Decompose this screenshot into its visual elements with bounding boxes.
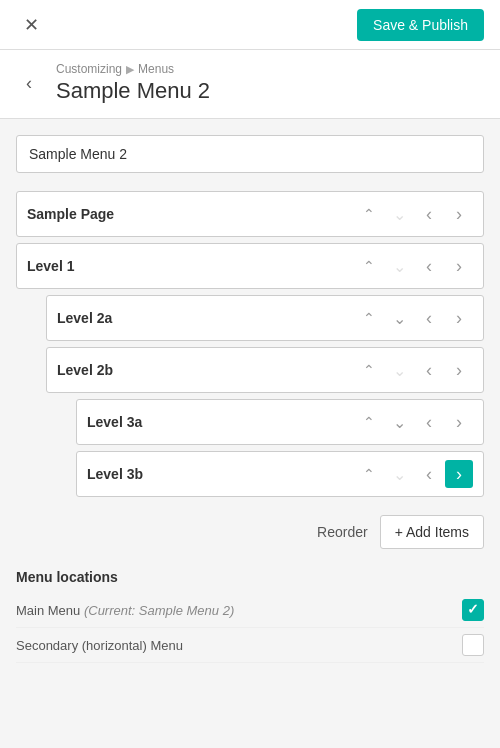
chevron-left-icon [426, 204, 432, 225]
chevron-right-icon [456, 256, 462, 277]
chevron-left-icon [426, 464, 432, 485]
location-label: Secondary (horizontal) Menu [16, 638, 183, 653]
menu-item: Level 2a [46, 295, 484, 341]
chevron-right-icon [456, 360, 462, 381]
close-button[interactable]: ✕ [16, 10, 46, 40]
breadcrumb: Customizing ▶ Menus [56, 62, 484, 76]
location-item: Secondary (horizontal) Menu [16, 628, 484, 663]
menu-item: Level 2b [46, 347, 484, 393]
page-title: Sample Menu 2 [56, 78, 484, 104]
menu-item-controls [355, 460, 473, 488]
chevron-left-icon [426, 360, 432, 381]
chevron-down-icon [393, 309, 406, 328]
menu-item: Level 3b [76, 451, 484, 497]
menu-item-controls [355, 408, 473, 436]
chevron-left-icon [426, 256, 432, 277]
move-right-button[interactable] [445, 200, 473, 228]
chevron-up-icon [363, 258, 375, 274]
chevron-right-icon [456, 464, 462, 485]
chevron-left-icon [426, 308, 432, 329]
reorder-label: Reorder [317, 524, 368, 540]
chevron-up-icon [363, 466, 375, 482]
move-left-button[interactable] [415, 408, 443, 436]
breadcrumb-customizing: Customizing [56, 62, 122, 76]
main-content: Sample PageLevel 1Level 2aLevel 2bLevel … [0, 119, 500, 679]
move-right-button[interactable] [445, 304, 473, 332]
move-down-button[interactable] [385, 356, 413, 384]
move-left-button[interactable] [415, 356, 443, 384]
move-left-button[interactable] [415, 252, 443, 280]
menu-item-label: Sample Page [27, 206, 355, 222]
chevron-down-icon [393, 205, 406, 224]
chevron-down-icon [393, 413, 406, 432]
menu-item: Level 1 [16, 243, 484, 289]
chevron-up-icon [363, 414, 375, 430]
menu-item-label: Level 2a [57, 310, 355, 326]
top-bar: ✕ Save & Publish [0, 0, 500, 50]
move-left-button[interactable] [415, 460, 443, 488]
back-button[interactable]: ‹ [14, 68, 44, 98]
chevron-down-icon [393, 257, 406, 276]
move-up-button[interactable] [355, 252, 383, 280]
move-down-button[interactable] [385, 200, 413, 228]
menu-item-label: Level 3b [87, 466, 355, 482]
move-up-button[interactable] [355, 460, 383, 488]
page-header: Customizing ▶ Menus Sample Menu 2 [0, 50, 500, 119]
chevron-down-icon [393, 465, 406, 484]
menu-item-controls [355, 200, 473, 228]
move-left-button[interactable] [415, 200, 443, 228]
actions-row: Reorder + Add Items [16, 515, 484, 549]
chevron-up-icon [363, 206, 375, 222]
chevron-right-icon [456, 412, 462, 433]
move-up-button[interactable] [355, 200, 383, 228]
menu-item-controls [355, 356, 473, 384]
menu-item-label: Level 3a [87, 414, 355, 430]
menu-items-list: Sample PageLevel 1Level 2aLevel 2bLevel … [16, 191, 484, 503]
menu-item-controls [355, 304, 473, 332]
chevron-down-icon [393, 361, 406, 380]
add-items-button[interactable]: + Add Items [380, 515, 484, 549]
move-right-button[interactable] [445, 460, 473, 488]
move-down-button[interactable] [385, 460, 413, 488]
move-up-button[interactable] [355, 304, 383, 332]
menu-name-input[interactable] [16, 135, 484, 173]
menu-item-label: Level 2b [57, 362, 355, 378]
move-down-button[interactable] [385, 304, 413, 332]
move-left-button[interactable] [415, 304, 443, 332]
breadcrumb-separator: ▶ [126, 63, 134, 76]
menu-locations-title: Menu locations [16, 569, 484, 585]
move-up-button[interactable] [355, 356, 383, 384]
location-checkbox[interactable] [462, 599, 484, 621]
breadcrumb-menus: Menus [138, 62, 174, 76]
move-down-button[interactable] [385, 408, 413, 436]
move-down-button[interactable] [385, 252, 413, 280]
save-publish-button[interactable]: Save & Publish [357, 9, 484, 41]
location-label: Main Menu (Current: Sample Menu 2) [16, 603, 234, 618]
move-right-button[interactable] [445, 356, 473, 384]
chevron-up-icon [363, 362, 375, 378]
menu-item: Sample Page [16, 191, 484, 237]
move-up-button[interactable] [355, 408, 383, 436]
location-checkbox[interactable] [462, 634, 484, 656]
menu-item-controls [355, 252, 473, 280]
chevron-right-icon [456, 204, 462, 225]
menu-locations: Menu locations Main Menu (Current: Sampl… [16, 569, 484, 663]
chevron-up-icon [363, 310, 375, 326]
location-item: Main Menu (Current: Sample Menu 2) [16, 593, 484, 628]
chevron-left-icon [426, 412, 432, 433]
move-right-button[interactable] [445, 408, 473, 436]
move-right-button[interactable] [445, 252, 473, 280]
chevron-right-icon [456, 308, 462, 329]
menu-item-label: Level 1 [27, 258, 355, 274]
menu-item: Level 3a [76, 399, 484, 445]
